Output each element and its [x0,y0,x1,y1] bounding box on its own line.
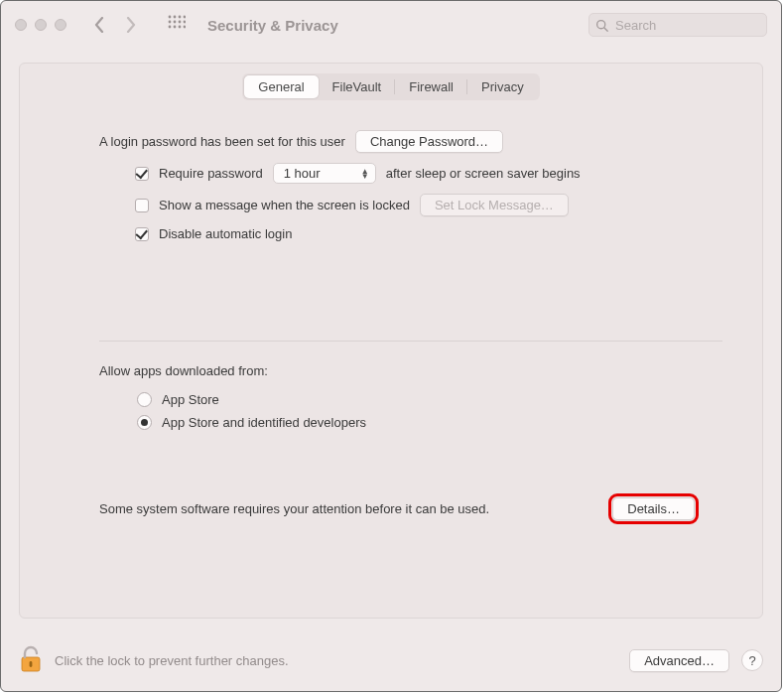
show-message-label: Show a message when the screen is locked [159,198,410,212]
svg-point-10 [179,25,182,28]
svg-point-4 [169,20,172,23]
advanced-button[interactable]: Advanced… [629,649,729,672]
details-button[interactable]: Details… [612,497,695,520]
disable-auto-login-checkbox[interactable] [135,227,149,241]
preferences-window: Security & Privacy General FileVault Fir… [0,0,782,692]
search-field[interactable] [588,13,767,37]
svg-point-3 [184,15,186,18]
tab-general[interactable]: General [244,75,318,98]
lock-hint: Click the lock to prevent further change… [55,653,289,668]
allow-apps-app-store-radio[interactable] [137,392,152,407]
change-password-button[interactable]: Change Password… [355,130,503,153]
disable-auto-login-label: Disable automatic login [159,226,292,241]
allow-apps-identified-label: App Store and identified developers [162,415,366,430]
forward-button[interactable] [126,17,136,33]
minimize-window-button[interactable] [35,19,47,31]
svg-point-9 [174,25,177,28]
lock-icon[interactable] [19,645,43,676]
close-window-button[interactable] [15,19,27,31]
search-input[interactable] [613,17,760,34]
require-password-checkbox[interactable] [135,167,149,181]
svg-point-2 [179,15,182,18]
chevron-up-down-icon: ▲▼ [361,169,369,179]
search-icon [595,19,608,32]
tab-bar: General FileVault Firewall Privacy [242,73,539,100]
svg-point-6 [179,20,182,23]
back-button[interactable] [94,17,104,33]
tab-privacy[interactable]: Privacy [467,75,538,98]
content-panel: General FileVault Firewall Privacy A log… [19,63,763,619]
show-message-checkbox[interactable] [135,199,149,212]
require-password-label-before: Require password [159,166,263,181]
allow-apps-radio-group: App Store App Store and identified devel… [99,378,722,430]
require-password-delay-value: 1 hour [284,166,321,181]
svg-rect-14 [30,661,33,667]
set-lock-message-button[interactable]: Set Lock Message… [420,194,569,216]
svg-point-7 [184,20,186,23]
window-controls [15,19,66,31]
attention-message: Some system software requires your atten… [99,501,489,516]
allow-apps-identified-radio[interactable] [137,415,152,430]
svg-point-8 [169,25,172,28]
allow-apps-app-store-label: App Store [162,392,219,407]
help-button[interactable]: ? [741,649,763,671]
allow-apps-heading: Allow apps downloaded from: [99,363,722,378]
titlebar: Security & Privacy [1,1,781,49]
require-password-label-after: after sleep or screen saver begins [386,166,581,181]
tab-filevault[interactable]: FileVault [319,75,396,98]
footer: Click the lock to prevent further change… [1,637,781,691]
svg-point-5 [174,20,177,23]
svg-point-11 [184,25,186,28]
svg-line-13 [604,27,607,30]
zoom-window-button[interactable] [55,19,66,31]
general-section: A login password has been set for this u… [20,100,762,520]
show-all-icon[interactable] [168,15,186,36]
tab-firewall[interactable]: Firewall [395,75,467,98]
window-title: Security & Privacy [207,17,581,34]
nav-arrows [94,17,136,33]
login-password-status: A login password has been set for this u… [99,134,345,149]
require-password-delay-select[interactable]: 1 hour ▲▼ [273,163,376,184]
svg-point-1 [174,15,177,18]
svg-point-0 [169,15,172,18]
